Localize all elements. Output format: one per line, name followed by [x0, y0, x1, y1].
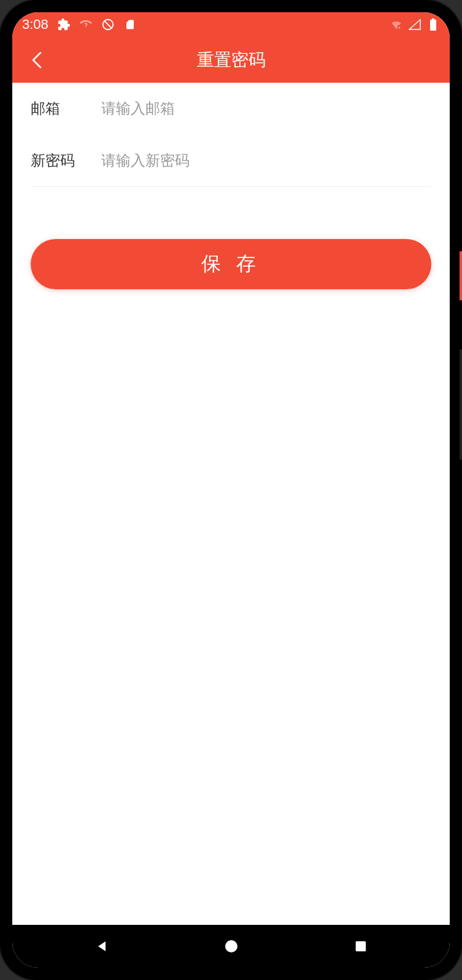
back-button[interactable]: [25, 48, 49, 72]
triangle-left-icon: [94, 939, 109, 954]
circle-icon: [224, 939, 239, 954]
status-left: 3:08 ?: [22, 17, 137, 32]
status-right: ×: [390, 18, 440, 31]
nav-home-button[interactable]: [222, 937, 241, 955]
svg-text:×: ×: [398, 26, 400, 29]
save-button[interactable]: 保 存: [31, 239, 431, 289]
screen: 3:08 ? ×: [12, 12, 450, 968]
side-button-volume: [460, 349, 462, 460]
svg-text:?: ?: [84, 22, 87, 28]
svg-rect-8: [355, 941, 366, 952]
svg-line-2: [104, 21, 111, 28]
password-row: 新密码: [31, 135, 431, 187]
content-area: 邮箱 新密码 保 存: [12, 83, 450, 925]
chevron-left-icon: [31, 51, 42, 69]
status-time: 3:08: [22, 17, 48, 32]
device-frame: 3:08 ? ×: [0, 0, 462, 980]
svg-point-7: [225, 940, 237, 952]
battery-icon: [426, 18, 440, 31]
wifi-icon: ×: [390, 18, 403, 31]
status-bar: 3:08 ? ×: [12, 12, 450, 37]
square-icon: [354, 940, 368, 953]
dnd-icon: [101, 18, 115, 31]
email-input[interactable]: [101, 100, 431, 117]
svg-rect-6: [430, 20, 436, 31]
sd-card-icon: [123, 18, 137, 31]
email-label: 邮箱: [31, 99, 101, 118]
app-header: 重置密码: [12, 37, 450, 83]
email-row: 邮箱: [31, 83, 431, 135]
side-button-power: [460, 251, 462, 300]
nav-back-button[interactable]: [93, 937, 111, 955]
wifi-weak-icon: ?: [79, 18, 93, 31]
nav-recent-button[interactable]: [352, 937, 370, 955]
signal-icon: [408, 18, 422, 31]
puzzle-icon: [57, 18, 71, 31]
svg-rect-5: [432, 18, 434, 20]
page-title: 重置密码: [197, 48, 266, 72]
password-input[interactable]: [101, 152, 431, 169]
password-label: 新密码: [31, 151, 101, 170]
nav-bar: [12, 925, 450, 968]
